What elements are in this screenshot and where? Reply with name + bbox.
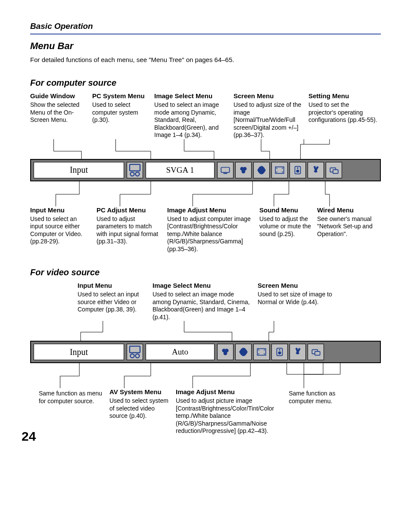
- label-pc-adjust-menu: PC Adjust Menu Used to adjust parameters…: [97, 206, 161, 253]
- video-bottom-labels: Same function as menu for computer sourc…: [30, 388, 381, 435]
- svg-rect-29: [315, 352, 320, 355]
- menubar-computer: Input SVGA 1: [30, 159, 381, 181]
- svg-rect-16: [130, 346, 140, 353]
- divider: [30, 34, 381, 34]
- image-select-icon: [217, 344, 234, 360]
- svg-point-1: [131, 172, 134, 176]
- label-av-system-menu: AV System Menu Used to select system of …: [109, 388, 170, 435]
- setting-menu-icon: [308, 162, 324, 178]
- svg-point-10: [296, 169, 299, 172]
- svg-rect-15: [333, 169, 338, 173]
- callout-lines-video-top: [30, 321, 381, 341]
- computer-bottom-labels: Input Menu Used to select an input sourc…: [30, 206, 381, 253]
- svg-point-17: [131, 354, 134, 358]
- svg-rect-0: [130, 164, 140, 171]
- label-wired-menu: Wired Menu See owner's manual "Network S…: [317, 206, 382, 253]
- label-guide-window: Guide Window Show the selected Menu of t…: [30, 92, 86, 139]
- label-setting-menu: Setting Menu Used to set the projector's…: [308, 92, 377, 139]
- pc-adjust-icon: [217, 162, 234, 178]
- manual-page: Basic Operation Menu Bar For detailed fu…: [0, 0, 411, 452]
- label-video-same-as-computer-left: Same function as menu for computer sourc…: [39, 388, 103, 435]
- label-image-adjust-menu: Image Adjust Menu Used to adjust compute…: [167, 206, 253, 253]
- screen-menu-icon: [253, 344, 270, 360]
- svg-rect-4: [224, 173, 227, 174]
- sound-menu-icon: [271, 344, 288, 360]
- computer-source-heading: For computer source: [30, 78, 381, 88]
- callout-lines-top: [30, 139, 381, 159]
- video-source-heading: For video source: [30, 268, 381, 277]
- image-adjust-icon: [253, 162, 270, 178]
- label-screen-menu: Screen Menu Used to adjust size of the i…: [234, 92, 302, 139]
- section-kicker: Basic Operation: [30, 22, 381, 31]
- svg-point-24: [278, 352, 281, 355]
- callout-lines-video-bottom: [30, 363, 381, 388]
- intro-text: For detailed functions of each menu, see…: [30, 56, 381, 63]
- label-video-input-menu: Input Menu Used to select an input sourc…: [78, 282, 146, 321]
- label-pc-system-menu: PC System Menu Used to select computer s…: [92, 92, 148, 139]
- screen-menu-icon: [271, 162, 288, 178]
- mode-box-video: Auto: [146, 344, 215, 360]
- image-adjust-icon: [235, 344, 252, 360]
- svg-point-11: [297, 167, 298, 168]
- label-video-image-adjust-menu: Image Adjust Menu Used to adjust picture…: [176, 388, 274, 435]
- av-system-icon: [127, 344, 143, 360]
- guide-window-box-video: Input: [34, 344, 124, 360]
- svg-point-18: [136, 354, 140, 358]
- page-number: 24: [22, 429, 36, 444]
- svg-point-7: [242, 169, 246, 173]
- menubar-video: Input Auto: [30, 341, 381, 363]
- callout-lines-bottom: [30, 181, 381, 206]
- guide-window-box: Input: [34, 162, 124, 178]
- page-title: Menu Bar: [30, 40, 381, 52]
- computer-top-labels: Guide Window Show the selected Menu of t…: [30, 92, 381, 139]
- svg-point-25: [279, 349, 280, 350]
- label-sound-menu: Sound Menu Used to adjust the volume or …: [259, 206, 311, 253]
- label-video-image-select-menu: Image Select Menu Used to select an imag…: [153, 282, 252, 321]
- menu-icons-row-video: [217, 344, 324, 360]
- video-top-labels: Input Menu Used to select an input sourc…: [30, 282, 381, 321]
- image-select-icon: [235, 162, 252, 178]
- label-video-screen-menu: Screen Menu Used to set size of image to…: [258, 282, 335, 321]
- label-image-select-menu: Image Select Menu Used to select an imag…: [154, 92, 227, 139]
- sound-menu-icon: [290, 162, 306, 178]
- svg-rect-3: [221, 167, 230, 172]
- pc-system-icon: [127, 162, 143, 178]
- menu-icons-row: [217, 162, 342, 178]
- label-input-menu: Input Menu Used to select an input sourc…: [30, 206, 90, 253]
- mode-box: SVGA 1: [146, 162, 215, 178]
- wired-menu-icon: [326, 162, 342, 178]
- svg-point-21: [224, 352, 227, 355]
- wired-menu-icon: [308, 344, 324, 360]
- svg-point-2: [136, 172, 140, 176]
- setting-menu-icon: [290, 344, 306, 360]
- label-video-same-as-computer-right: Same function as computer menu.: [280, 388, 349, 435]
